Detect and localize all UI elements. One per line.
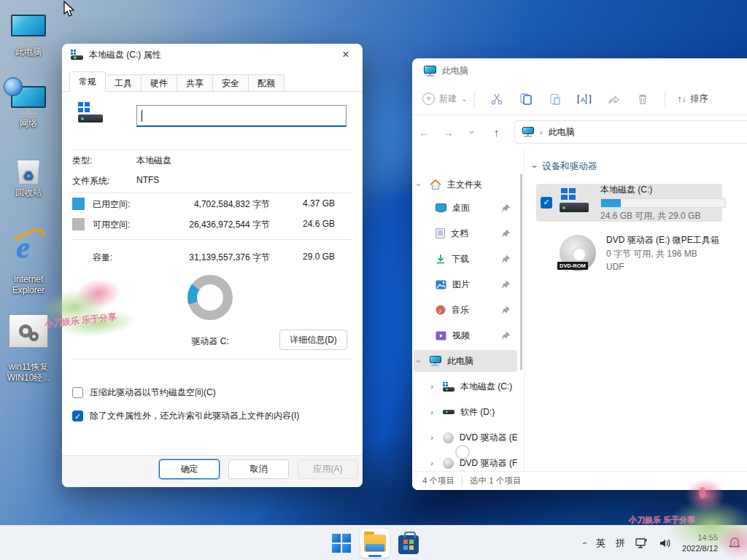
- tab-quota[interactable]: 配额: [249, 74, 285, 92]
- plus-icon: +: [422, 93, 435, 105]
- copy-button[interactable]: [511, 93, 541, 106]
- tab-hardware[interactable]: 硬件: [142, 74, 177, 92]
- desktop-icon-this-pc[interactable]: 此电脑: [0, 10, 57, 58]
- start-button[interactable]: [327, 529, 356, 558]
- drive-caption: 驱动器 C:: [150, 335, 271, 348]
- sidebar-item-videos[interactable]: 视频: [414, 324, 517, 346]
- pin-icon: [502, 230, 510, 238]
- share-icon: [607, 93, 620, 106]
- dvd-rom-badge: DVD-ROM: [557, 262, 588, 270]
- compress-checkbox[interactable]: [72, 387, 83, 398]
- this-pc-icon: [522, 127, 534, 137]
- selected-checkbox[interactable]: ✓: [541, 197, 552, 209]
- sidebar-item-this-pc[interactable]: › 此电脑: [414, 350, 517, 372]
- ok-button[interactable]: 确定: [159, 459, 220, 479]
- sidebar-item-desktop[interactable]: 桌面: [414, 197, 517, 219]
- sidebar-scrollbar[interactable]: [520, 174, 522, 370]
- dvd-icon: [443, 432, 454, 443]
- delete-button[interactable]: [628, 93, 657, 106]
- tab-general[interactable]: 常规: [69, 71, 106, 92]
- filesystem-label: 文件系统:: [72, 175, 136, 187]
- filesystem-value: NTFS: [136, 175, 159, 187]
- sidebar-item-label: DVD 驱动器 (F: [460, 457, 517, 470]
- sidebar-item-documents[interactable]: 文档: [414, 222, 517, 244]
- gears-icon: [0, 314, 57, 348]
- scissors-icon: [490, 93, 503, 106]
- index-checkbox-row[interactable]: ✓ 除了文件属性外，还允许索引此驱动器上文件的内容(I): [72, 410, 299, 422]
- sidebar-item-downloads[interactable]: 下载: [414, 248, 517, 270]
- sidebar-item-home[interactable]: › 主文件夹: [414, 174, 517, 195]
- hidden-icons-chevron[interactable]: ›: [579, 542, 589, 545]
- recent-chevron-icon[interactable]: ›: [460, 127, 484, 138]
- tab-sharing[interactable]: 共享: [177, 74, 213, 92]
- pin-icon: [502, 204, 510, 212]
- free-label: 可用空间:: [93, 219, 130, 231]
- section-devices-and-drives[interactable]: › 设备和驱动器: [533, 160, 597, 173]
- network-icon[interactable]: [635, 537, 649, 549]
- svg-text:♪: ♪: [438, 307, 442, 314]
- desktop-folder-icon: [436, 203, 446, 213]
- close-icon[interactable]: ×: [332, 45, 360, 64]
- mouse-cursor: [63, 1, 76, 18]
- dialog-titlebar[interactable]: 本地磁盘 (C:) 属性: [62, 44, 363, 66]
- pictures-icon: [436, 280, 446, 289]
- paste-icon: [549, 93, 562, 106]
- volume-icon[interactable]: [659, 537, 672, 549]
- taskbar-file-explorer[interactable]: [360, 529, 390, 558]
- divider: [72, 149, 352, 150]
- desktop-icon-ie[interactable]: e Internet Explorer: [0, 216, 57, 307]
- sidebar-item-drive-c[interactable]: › 本地磁盘 (C:): [414, 376, 517, 397]
- index-checkbox[interactable]: ✓: [72, 411, 83, 421]
- new-button[interactable]: + 新建 ⌄: [422, 93, 467, 105]
- internet-explorer-icon: e: [0, 227, 57, 260]
- taskbar-clock[interactable]: 14:55 2022/8/12: [682, 532, 718, 554]
- details-button[interactable]: 详细信息(D): [279, 330, 347, 350]
- used-legend-swatch: [72, 198, 85, 210]
- notification-bell-icon[interactable]: z: [728, 537, 741, 550]
- trash-icon: [636, 93, 649, 106]
- forward-icon[interactable]: →: [436, 126, 460, 139]
- paste-button[interactable]: [541, 93, 570, 106]
- apply-button[interactable]: 应用(A): [298, 459, 358, 479]
- tab-tools[interactable]: 工具: [106, 74, 142, 92]
- tab-security[interactable]: 安全: [213, 74, 249, 92]
- rename-button[interactable]: A: [570, 93, 599, 106]
- tray-time: 14:55: [682, 532, 718, 543]
- dvd-e-item[interactable]: DVD-ROM DVD 驱动器 (E:) 微PE工具箱 0 字节 可用, 共 1…: [536, 230, 722, 276]
- divider: [72, 239, 352, 240]
- sidebar-item-music[interactable]: ♪ 音乐: [414, 299, 517, 321]
- free-bytes: 26,436,972,544 字节: [189, 219, 270, 231]
- back-icon[interactable]: ←: [412, 126, 436, 139]
- sidebar-item-label: 图片: [452, 279, 470, 291]
- properties-dialog: 本地磁盘 (C:) 属性 × 常规 工具 硬件 共享 安全 配额 类型: 本地磁…: [62, 44, 363, 487]
- share-button[interactable]: [599, 93, 628, 106]
- desktop-icon-win11-restore[interactable]: win11恢复 WIN10经...: [0, 303, 57, 394]
- used-label: 已用空间:: [93, 198, 130, 211]
- breadcrumb-this-pc[interactable]: 此电脑: [549, 126, 575, 139]
- volume-name-input[interactable]: [136, 105, 347, 127]
- address-bar[interactable]: › 此电脑: [514, 120, 747, 144]
- desktop: 此电脑 网络 ♻ 回收站 e Internet Explorer win11恢复…: [0, 0, 747, 560]
- compress-checkbox-row[interactable]: 压缩此驱动器以节约磁盘空间(C): [72, 386, 216, 399]
- sidebar-item-dvd-e[interactable]: › DVD 驱动器 (E: [414, 427, 517, 448]
- sidebar-item-drive-d[interactable]: › 软件 (D:): [414, 401, 517, 423]
- sidebar-item-dvd-f[interactable]: › DVD 驱动器 (F: [414, 452, 517, 471]
- drive-c-item[interactable]: ✓ 本地磁盘 (C:) 24.6 GB 可用, 共 29.0 GB: [536, 184, 722, 222]
- this-pc-icon: [0, 10, 57, 44]
- taskbar-store[interactable]: [394, 529, 423, 558]
- desktop-icon-network[interactable]: 网络: [0, 82, 57, 129]
- cut-button[interactable]: [482, 93, 511, 106]
- sort-button[interactable]: ↑↓ 排序: [677, 93, 708, 105]
- up-icon[interactable]: ↑: [484, 126, 508, 139]
- ime-language-en[interactable]: 英: [596, 537, 605, 550]
- sidebar-item-pictures[interactable]: 图片: [414, 273, 517, 295]
- item-count: 4 个项目: [422, 475, 454, 486]
- divider: [72, 192, 352, 193]
- desktop-icon-recycle-bin[interactable]: ♻ 回收站: [0, 151, 57, 198]
- svg-text:z: z: [733, 540, 736, 545]
- cancel-button[interactable]: 取消: [228, 459, 289, 479]
- explorer-navbar: ← → › ↑ › 此电脑: [412, 115, 747, 149]
- explorer-titlebar[interactable]: 此电脑: [412, 58, 747, 83]
- section-label: 设备和驱动器: [542, 160, 597, 173]
- ime-language-pinyin[interactable]: 拼: [616, 537, 625, 550]
